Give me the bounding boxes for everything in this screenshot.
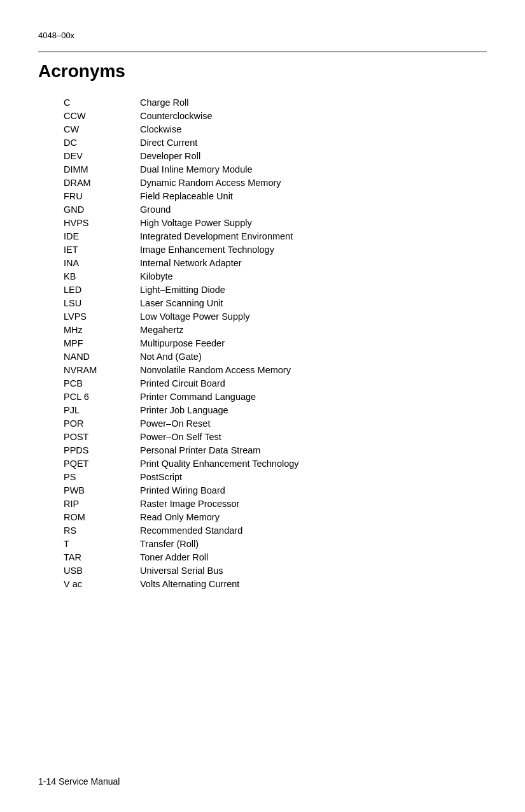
table-row: PCL 6Printer Command Language — [64, 390, 512, 403]
doc-id: 4048–00x — [38, 31, 487, 40]
acronym-abbr: LSU — [64, 296, 140, 310]
table-row: KBKilobyte — [64, 269, 512, 283]
acronym-definition: Power–On Reset — [140, 417, 512, 430]
acronym-definition: PostScript — [140, 470, 512, 483]
table-row: DEVDeveloper Roll — [64, 149, 512, 162]
acronym-abbr: MHz — [64, 323, 140, 336]
table-row: ROMRead Only Memory — [64, 510, 512, 524]
acronym-abbr: LVPS — [64, 310, 140, 323]
acronym-abbr: HVPS — [64, 216, 140, 229]
acronym-abbr: FRU — [64, 189, 140, 203]
acronym-abbr: T — [64, 537, 140, 550]
acronym-definition: Printer Command Language — [140, 390, 512, 403]
page-wrapper: 4048–00x Acronyms CCharge RollCCWCounter… — [0, 0, 525, 812]
acronym-abbr: DC — [64, 136, 140, 149]
acronym-definition: Counterclockwise — [140, 109, 512, 122]
table-row: RSRecommended Standard — [64, 524, 512, 537]
acronym-abbr: PJL — [64, 403, 140, 417]
acronym-abbr: ROM — [64, 510, 140, 524]
acronym-definition: Image Enhancement Technology — [140, 243, 512, 256]
acronym-definition: Light–Emitting Diode — [140, 283, 512, 296]
acronym-abbr: IET — [64, 243, 140, 256]
table-row: POSTPower–On Self Test — [64, 430, 512, 443]
acronym-table: CCharge RollCCWCounterclockwiseCWClockwi… — [64, 96, 512, 590]
table-row: MHzMegahertz — [64, 323, 512, 336]
table-row: V acVolts Alternating Current — [64, 577, 512, 590]
acronym-definition: Universal Serial Bus — [140, 564, 512, 577]
table-row: FRUField Replaceable Unit — [64, 189, 512, 203]
page-footer: 1-14 Service Manual — [38, 776, 120, 787]
section-title: Acronyms — [38, 61, 487, 82]
footer-label: Service Manual — [56, 776, 120, 787]
table-row: DIMMDual Inline Memory Module — [64, 162, 512, 176]
acronym-definition: Ground — [140, 203, 512, 216]
acronym-abbr: MPF — [64, 336, 140, 350]
table-row: USBUniversal Serial Bus — [64, 564, 512, 577]
acronym-abbr: POST — [64, 430, 140, 443]
acronym-abbr: PCB — [64, 376, 140, 390]
acronym-definition: Low Voltage Power Supply — [140, 310, 512, 323]
table-row: LVPSLow Voltage Power Supply — [64, 310, 512, 323]
acronym-abbr: RS — [64, 524, 140, 537]
table-row: PCBPrinted Circuit Board — [64, 376, 512, 390]
acronym-abbr: GND — [64, 203, 140, 216]
acronym-definition: Direct Current — [140, 136, 512, 149]
acronym-definition: Dynamic Random Access Memory — [140, 176, 512, 189]
acronym-abbr: INA — [64, 256, 140, 269]
acronym-abbr: PQET — [64, 457, 140, 470]
table-row: IETImage Enhancement Technology — [64, 243, 512, 256]
table-row: NANDNot And (Gate) — [64, 350, 512, 363]
page-number: 1-14 — [38, 776, 56, 787]
acronym-definition: Internal Network Adapter — [140, 256, 512, 269]
table-row: PQETPrint Quality Enhancement Technology — [64, 457, 512, 470]
acronym-abbr: C — [64, 96, 140, 109]
table-row: PORPower–On Reset — [64, 417, 512, 430]
acronym-definition: Volts Alternating Current — [140, 577, 512, 590]
acronym-abbr: PWB — [64, 483, 140, 497]
table-row: INAInternal Network Adapter — [64, 256, 512, 269]
table-row: TARToner Adder Roll — [64, 550, 512, 564]
table-row: LEDLight–Emitting Diode — [64, 283, 512, 296]
acronym-abbr: TAR — [64, 550, 140, 564]
acronym-abbr: V ac — [64, 577, 140, 590]
acronym-definition: Printed Circuit Board — [140, 376, 512, 390]
acronym-definition: Printed Wiring Board — [140, 483, 512, 497]
acronym-abbr: NAND — [64, 350, 140, 363]
table-row: NVRAMNonvolatile Random Access Memory — [64, 363, 512, 376]
table-row: PJLPrinter Job Language — [64, 403, 512, 417]
table-row: GNDGround — [64, 203, 512, 216]
acronym-abbr: IDE — [64, 229, 140, 243]
acronym-definition: Clockwise — [140, 122, 512, 136]
acronym-definition: Field Replaceable Unit — [140, 189, 512, 203]
acronym-definition: Dual Inline Memory Module — [140, 162, 512, 176]
acronym-definition: Laser Scanning Unit — [140, 296, 512, 310]
acronym-definition: Read Only Memory — [140, 510, 512, 524]
table-row: PPDSPersonal Printer Data Stream — [64, 443, 512, 457]
acronym-abbr: DEV — [64, 149, 140, 162]
table-row: DRAMDynamic Random Access Memory — [64, 176, 512, 189]
acronym-definition: Charge Roll — [140, 96, 512, 109]
acronym-definition: Kilobyte — [140, 269, 512, 283]
acronym-abbr: CCW — [64, 109, 140, 122]
table-row: CCWCounterclockwise — [64, 109, 512, 122]
acronym-abbr: PPDS — [64, 443, 140, 457]
table-row: TTransfer (Roll) — [64, 537, 512, 550]
acronym-definition: Not And (Gate) — [140, 350, 512, 363]
acronym-abbr: DRAM — [64, 176, 140, 189]
acronym-abbr: RIP — [64, 497, 140, 510]
acronym-definition: Megahertz — [140, 323, 512, 336]
table-row: CWClockwise — [64, 122, 512, 136]
acronym-definition: Developer Roll — [140, 149, 512, 162]
acronym-definition: Toner Adder Roll — [140, 550, 512, 564]
table-row: CCharge Roll — [64, 96, 512, 109]
acronym-definition: Printer Job Language — [140, 403, 512, 417]
table-row: RIPRaster Image Processor — [64, 497, 512, 510]
acronym-definition: Transfer (Roll) — [140, 537, 512, 550]
acronym-definition: Raster Image Processor — [140, 497, 512, 510]
table-row: IDEIntegrated Development Environment — [64, 229, 512, 243]
acronym-definition: Print Quality Enhancement Technology — [140, 457, 512, 470]
acronym-abbr: PCL 6 — [64, 390, 140, 403]
acronym-definition: Multipurpose Feeder — [140, 336, 512, 350]
acronym-definition: Personal Printer Data Stream — [140, 443, 512, 457]
acronym-definition: Integrated Development Environment — [140, 229, 512, 243]
